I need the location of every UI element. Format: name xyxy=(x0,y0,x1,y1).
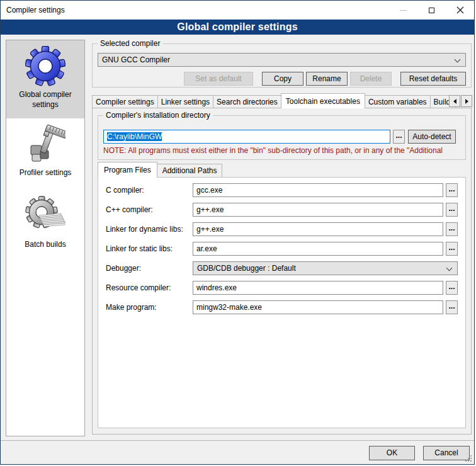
window-title: Compiler settings xyxy=(1,6,65,14)
sidebar-item-profiler-settings[interactable]: Profiler settings xyxy=(6,118,84,190)
chevron-down-icon xyxy=(446,265,453,271)
install-dir-group: Compiler's installation directory C:\ray… xyxy=(98,115,466,160)
maximize-button[interactable] xyxy=(417,1,446,20)
cpp-compiler-label: C++ compiler: xyxy=(106,205,193,214)
compiler-actions: Set as defaultCopyRenameDeleteReset defa… xyxy=(184,72,466,86)
dialog-header-title: Global compiler settings xyxy=(177,21,298,33)
gray-gear-papers-icon xyxy=(25,196,65,236)
minimize-icon xyxy=(400,10,407,11)
install-dir-row: C:\raylib\MinGW ... Auto-detect xyxy=(103,130,460,144)
auto-detect-button[interactable]: Auto-detect xyxy=(408,130,456,144)
make-program-input[interactable]: mingw32-make.exe xyxy=(193,300,443,314)
install-dir-browse-button[interactable]: ... xyxy=(393,130,405,144)
c-compiler-input[interactable]: gcc.exe xyxy=(193,183,443,197)
sidebar-item-global-compiler-settings[interactable]: Global compiler settings xyxy=(6,40,84,118)
tab-toolchain-executables[interactable]: Toolchain executables xyxy=(281,93,365,108)
sidebar-item-batch-builds[interactable]: Batch builds xyxy=(6,190,84,266)
install-dir-note: NOTE: All programs must exist either in … xyxy=(103,146,465,155)
title-bar: Compiler settings xyxy=(1,1,474,20)
settings-tab-strip: Compiler settingsLinker settingsSearch d… xyxy=(92,93,472,108)
tab-compiler-settings[interactable]: Compiler settings xyxy=(92,95,158,108)
linker-dynamic-libs-label: Linker for dynamic libs: xyxy=(106,225,193,234)
install-dir-input[interactable]: C:\raylib\MinGW xyxy=(103,130,390,144)
sidebar-item-label: Batch builds xyxy=(6,236,84,249)
tab-additional-paths[interactable]: Additional Paths xyxy=(157,164,223,177)
delete-button[interactable]: Delete xyxy=(350,72,392,86)
cancel-button[interactable]: Cancel xyxy=(423,446,470,460)
resize-grip[interactable] xyxy=(470,460,472,462)
ok-button[interactable]: OK xyxy=(369,446,415,460)
make-program-browse-button[interactable]: ... xyxy=(446,300,458,314)
tab-program-files[interactable]: Program Files xyxy=(98,162,157,178)
set-as-default-button[interactable]: Set as default xyxy=(184,72,253,86)
dialog-body: Global compiler settings xyxy=(1,35,474,464)
field-row-resource-compiler: Resource compiler:windres.exe... xyxy=(106,281,465,295)
debugger-label: Debugger: xyxy=(106,264,193,273)
linker-dynamic-libs-input[interactable]: g++.exe xyxy=(193,222,443,236)
toolchain-executables-page: Compiler's installation directory C:\ray… xyxy=(92,108,472,435)
install-dir-group-label: Compiler's installation directory xyxy=(103,111,213,120)
sidebar: Global compiler settings xyxy=(6,40,85,436)
compiler-select[interactable]: GNU GCC Compiler xyxy=(98,53,466,67)
tab-search-directories[interactable]: Search directories xyxy=(213,95,281,108)
sidebar-item-label: Global compiler settings xyxy=(6,86,84,110)
debugger-select[interactable]: GDB/CDB debugger : Default xyxy=(193,261,458,275)
copy-button[interactable]: Copy xyxy=(262,72,303,86)
tab-linker-settings[interactable]: Linker settings xyxy=(157,95,213,108)
selected-compiler-group: Selected compiler GNU GCC Compiler Set a… xyxy=(92,43,472,88)
window-controls xyxy=(389,1,474,20)
chevron-down-icon xyxy=(455,57,461,63)
close-icon xyxy=(456,6,464,14)
linker-static-libs-browse-button[interactable]: ... xyxy=(446,242,458,256)
blue-gear-icon xyxy=(25,46,65,86)
program-tab-strip: Program FilesAdditional Paths xyxy=(98,162,466,178)
right-arrow-icon xyxy=(465,99,468,104)
tab-custom-variables[interactable]: Custom variables xyxy=(365,95,431,108)
close-button[interactable] xyxy=(446,1,474,20)
selected-compiler-group-label: Selected compiler xyxy=(98,39,162,48)
tab-scroll-right-button[interactable] xyxy=(461,95,472,107)
linker-dynamic-libs-browse-button[interactable]: ... xyxy=(446,222,458,236)
cpp-compiler-input[interactable]: g++.exe xyxy=(193,203,443,217)
tab-scroll-buttons xyxy=(448,95,472,107)
linker-static-libs-label: Linker for static libs: xyxy=(106,244,193,253)
compiler-select-value: GNU GCC Compiler xyxy=(102,55,170,64)
field-row-debugger: Debugger:GDB/CDB debugger : Default xyxy=(106,261,465,275)
c-compiler-browse-button[interactable]: ... xyxy=(446,183,458,197)
program-files-page: C compiler:gcc.exe...C++ compiler:g++.ex… xyxy=(98,177,466,428)
make-program-label: Make program: xyxy=(106,303,193,312)
resource-compiler-input[interactable]: windres.exe xyxy=(193,281,443,295)
cpp-compiler-browse-button[interactable]: ... xyxy=(446,203,458,217)
install-dir-value: C:\raylib\MinGW xyxy=(107,132,162,141)
rename-button[interactable]: Rename xyxy=(306,72,348,86)
left-arrow-icon xyxy=(453,99,456,104)
sidebar-item-label: Profiler settings xyxy=(6,164,84,178)
field-row-cpp-compiler: C++ compiler:g++.exe... xyxy=(106,203,465,217)
caliper-icon xyxy=(25,124,65,164)
field-row-linker-static-libs: Linker for static libs:ar.exe... xyxy=(106,242,465,256)
resource-compiler-label: Resource compiler: xyxy=(106,283,193,292)
dialog-header: Global compiler settings xyxy=(1,20,474,35)
footer-divider xyxy=(1,440,474,441)
maximize-icon xyxy=(429,8,434,13)
field-row-make-program: Make program:mingw32-make.exe... xyxy=(106,300,465,314)
resource-compiler-browse-button[interactable]: ... xyxy=(446,281,458,295)
linker-static-libs-input[interactable]: ar.exe xyxy=(193,242,443,256)
field-row-c-compiler: C compiler:gcc.exe... xyxy=(106,183,465,197)
field-row-linker-dynamic-libs: Linker for dynamic libs:g++.exe... xyxy=(106,222,465,236)
tab-scroll-left-button[interactable] xyxy=(449,95,460,107)
debugger-value: GDB/CDB debugger : Default xyxy=(197,264,296,273)
c-compiler-label: C compiler: xyxy=(106,186,193,195)
compiler-settings-window: Compiler settings Global compiler settin… xyxy=(0,0,475,465)
toolchain-fields: C compiler:gcc.exe...C++ compiler:g++.ex… xyxy=(98,183,465,314)
minimize-button[interactable] xyxy=(389,1,417,20)
reset-defaults-button[interactable]: Reset defaults xyxy=(400,72,466,86)
